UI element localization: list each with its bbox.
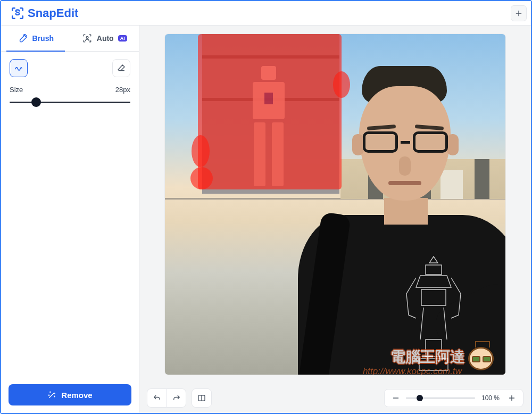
plus-icon — [514, 9, 523, 18]
auto-detect-icon — [82, 33, 93, 44]
redo-icon — [172, 393, 181, 403]
ai-badge: AI — [118, 35, 127, 42]
brand-logo[interactable]: SnapEdit — [11, 6, 78, 20]
eraser-tool-button[interactable] — [112, 59, 130, 77]
size-slider[interactable] — [10, 96, 130, 109]
draw-tool-button[interactable] — [10, 59, 28, 77]
watermark-url: http://www.kocpc.com.tw — [363, 366, 462, 375]
zoom-out-button[interactable] — [388, 390, 404, 407]
add-button[interactable] — [511, 5, 527, 21]
minus-icon — [391, 393, 401, 403]
zoom-slider-thumb[interactable] — [417, 395, 423, 401]
history-group — [147, 388, 186, 408]
tool-selector-row — [1, 52, 139, 79]
app-root: SnapEdit Brush Auto AI — [0, 0, 532, 414]
photo-person — [314, 66, 505, 375]
brush-icon — [18, 33, 28, 44]
size-slider-track — [10, 102, 130, 103]
tab-auto[interactable]: Auto AI — [70, 26, 139, 51]
remove-button-label: Remove — [61, 391, 92, 400]
mode-tabs: Brush Auto AI — [1, 26, 139, 52]
canvas-toolbar: 100 % — [139, 383, 531, 413]
watermark-text: 電腦王阿達 — [390, 347, 465, 367]
size-slider-thumb[interactable] — [31, 97, 41, 107]
compare-icon — [197, 393, 206, 403]
tab-brush[interactable]: Brush — [1, 26, 70, 51]
zoom-in-button[interactable] — [504, 390, 520, 407]
size-slider-wrap — [1, 96, 139, 113]
tab-brush-label: Brush — [32, 34, 54, 43]
eraser-icon — [117, 63, 126, 73]
edited-photo[interactable]: 電腦王阿達 http://www.kocpc.com.tw — [165, 34, 505, 375]
undo-icon — [152, 393, 162, 403]
undo-button[interactable] — [147, 389, 167, 407]
compare-button[interactable] — [192, 389, 211, 407]
sidebar-spacer — [1, 113, 139, 377]
remove-button[interactable]: Remove — [9, 384, 131, 405]
canvas-area: 電腦王阿達 http://www.kocpc.com.tw — [139, 26, 531, 413]
canvas-viewport: 電腦王阿達 http://www.kocpc.com.tw — [139, 26, 531, 383]
size-value: 28px — [115, 86, 130, 94]
zoom-slider[interactable] — [406, 392, 475, 404]
zoom-control: 100 % — [384, 389, 523, 407]
zoom-value: 100 % — [477, 394, 504, 402]
top-bar: SnapEdit — [1, 1, 531, 26]
size-label-row: Size 28px — [1, 79, 139, 96]
squiggle-icon — [14, 63, 23, 73]
sidebar: Brush Auto AI Size 28px — [1, 26, 139, 413]
brand-name: SnapEdit — [28, 6, 78, 20]
main-area: Brush Auto AI Size 28px — [1, 26, 531, 413]
brand-icon — [11, 6, 24, 20]
size-label: Size — [10, 86, 23, 94]
plus-icon — [507, 393, 517, 403]
tab-auto-label: Auto — [97, 34, 114, 43]
redo-button[interactable] — [167, 389, 186, 407]
watermark-mascot — [468, 347, 494, 370]
magic-wand-icon — [47, 390, 57, 400]
svg-point-0 — [86, 37, 88, 39]
compare-group — [192, 388, 212, 408]
